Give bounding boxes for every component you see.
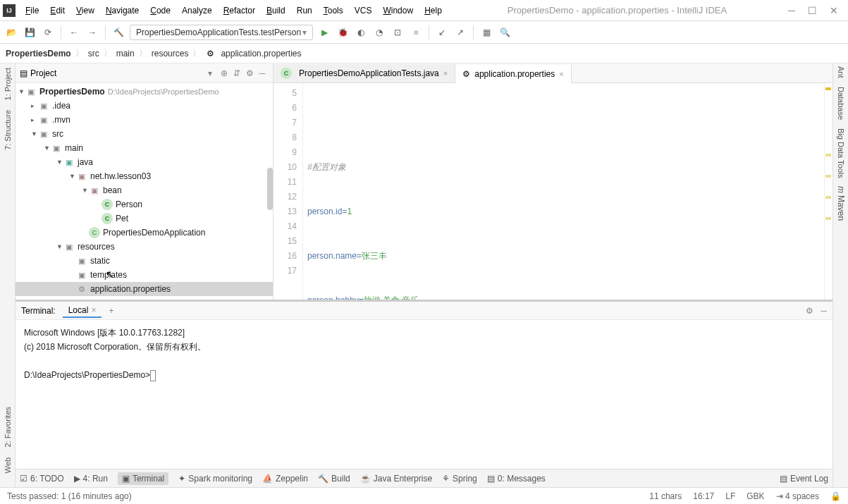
tool-favorites[interactable]: 2: Favorites (2, 405, 13, 448)
tree-bean[interactable]: ▼▣bean (16, 183, 273, 197)
bc-root[interactable]: PropertiesDemo (6, 49, 71, 59)
menu-view[interactable]: View (72, 3, 99, 18)
status-encoding[interactable]: GBK (746, 491, 764, 501)
expand-icon[interactable]: ⇵ (231, 67, 243, 80)
project-tree[interactable]: ▼▣PropertiesDemoD:\IdeaProjects\Properti… (16, 83, 273, 300)
locate-icon[interactable]: ⊕ (218, 67, 231, 80)
menu-navigate[interactable]: Navigate (102, 3, 143, 18)
code-area[interactable]: #配置对象 person.id=1 person.name=张三丰 person… (303, 83, 832, 300)
tree-java[interactable]: ▼▣java (16, 155, 273, 169)
back-icon[interactable]: ← (67, 25, 81, 39)
bc-src[interactable]: src (88, 49, 99, 59)
warning-marker[interactable] (825, 196, 831, 199)
close-icon[interactable]: × (91, 305, 96, 315)
bc-main[interactable]: main (116, 49, 135, 59)
menu-vcs[interactable]: VCS (350, 3, 376, 18)
coverage-icon[interactable]: ◐ (354, 25, 368, 39)
tree-src[interactable]: ▼▣src (16, 127, 273, 141)
warning-marker[interactable] (825, 217, 831, 220)
tool-web[interactable]: Web (2, 456, 13, 474)
tree-main[interactable]: ▼▣main (16, 141, 273, 155)
add-terminal-icon[interactable]: + (109, 306, 113, 316)
tool-database[interactable]: Database (837, 87, 845, 120)
tree-idea[interactable]: ▸▣.idea (16, 99, 273, 113)
tree-resources[interactable]: ▼▣resources (16, 240, 273, 254)
status-line-sep[interactable]: LF (725, 491, 735, 501)
bt-zeppelin[interactable]: ⛵ Zeppelin (262, 474, 308, 484)
bt-spark[interactable]: ✦ Spark monitoring (178, 474, 252, 484)
terminal-tab-local[interactable]: Local× (63, 304, 102, 318)
sync-icon[interactable]: ⟳ (41, 25, 55, 39)
tool-bigdata[interactable]: Big Data Tools (837, 128, 845, 178)
attach-icon[interactable]: ⊡ (391, 25, 405, 39)
lock-icon[interactable]: 🔒 (830, 491, 841, 501)
bt-build[interactable]: 🔨 Build (318, 474, 350, 484)
menu-file[interactable]: File (21, 3, 43, 18)
status-indent[interactable]: ⇥ 4 spaces (776, 491, 819, 501)
tree-templates[interactable]: ▣templates (16, 268, 273, 282)
open-icon[interactable]: 📂 (4, 25, 18, 39)
menu-tools[interactable]: Tools (319, 3, 348, 18)
profile-icon[interactable]: ◔ (372, 25, 386, 39)
structure-icon[interactable]: ▦ (479, 25, 493, 39)
gear-icon[interactable]: ⚙ (806, 306, 813, 316)
menu-window[interactable]: Window (379, 3, 417, 18)
menu-edit[interactable]: Edit (46, 3, 69, 18)
project-title[interactable]: Project (30, 68, 208, 78)
menu-code[interactable]: Code (146, 3, 175, 18)
warning-marker[interactable] (825, 154, 831, 156)
tree-app-props[interactable]: ⚙application.properties (16, 282, 273, 296)
menu-run[interactable]: Run (293, 3, 317, 18)
tab-props[interactable]: ⚙application.properties× (455, 65, 572, 83)
save-icon[interactable]: 💾 (23, 25, 37, 39)
minimize-button[interactable]: ─ (788, 5, 795, 16)
tree-app[interactable]: CPropertiesDemoApplication (16, 226, 273, 240)
tool-project[interactable]: 1: Project (2, 66, 13, 102)
bt-run[interactable]: ▶ 4: Run (74, 474, 108, 484)
terminal-output[interactable]: Microsoft Windows [版本 10.0.17763.1282] (… (16, 320, 832, 469)
tree-person[interactable]: CPerson (16, 197, 273, 211)
bt-messages[interactable]: ▤ 0: Messages (487, 474, 546, 484)
bt-terminal[interactable]: ▣ Terminal (118, 472, 168, 485)
debug-icon[interactable]: 🐞 (336, 25, 350, 39)
bt-spring[interactable]: ⚘ Spring (442, 474, 477, 484)
close-button[interactable]: ✕ (830, 5, 838, 16)
editor-body[interactable]: 567891011121314151617 #配置对象 person.id=1 … (274, 83, 832, 300)
bt-jee[interactable]: ☕ Java Enterprise (360, 474, 432, 484)
search-icon[interactable]: 🔍 (498, 25, 512, 39)
scrollbar-thumb[interactable] (267, 168, 273, 210)
tool-ant[interactable]: Ant (837, 66, 845, 78)
warning-marker[interactable] (825, 175, 831, 178)
maximize-button[interactable]: ☐ (808, 5, 817, 16)
hide-icon[interactable]: ─ (821, 306, 827, 316)
warning-marker[interactable] (825, 87, 831, 90)
bc-resources[interactable]: resources (152, 49, 189, 59)
run-icon[interactable]: ▶ (317, 25, 331, 39)
tree-mvn[interactable]: ▸▣.mvn (16, 113, 273, 127)
forward-icon[interactable]: → (85, 25, 99, 39)
error-stripe[interactable] (824, 83, 832, 300)
close-icon[interactable]: × (443, 69, 448, 78)
gear-icon[interactable]: ⚙ (243, 67, 256, 80)
tree-pkg[interactable]: ▼▣net.hw.lesson03 (16, 169, 273, 183)
vcs-commit-icon[interactable]: ↗ (453, 25, 467, 39)
bt-eventlog[interactable]: ▤ Event Log (780, 474, 828, 484)
run-config-select[interactable]: PropertiesDemoApplicationTests.testPerso… (130, 25, 313, 40)
bc-file[interactable]: application.properties (221, 49, 301, 59)
chevron-down-icon[interactable]: ▾ (208, 68, 212, 78)
tree-static[interactable]: ▣static (16, 254, 273, 268)
hide-icon[interactable]: ─ (256, 67, 269, 80)
status-caret[interactable]: 16:17 (693, 491, 714, 501)
tab-tests[interactable]: CPropertiesDemoApplicationTests.java× (274, 64, 455, 82)
menu-analyze[interactable]: Analyze (178, 3, 216, 18)
tree-root[interactable]: ▼▣PropertiesDemoD:\IdeaProjects\Properti… (16, 85, 273, 99)
tree-pet[interactable]: CPet (16, 211, 273, 226)
stop-icon[interactable]: ■ (409, 25, 423, 39)
menu-refactor[interactable]: Refactor (219, 3, 259, 18)
menu-build[interactable]: Build (262, 3, 290, 18)
close-icon[interactable]: × (559, 70, 563, 78)
menu-help[interactable]: Help (420, 3, 446, 18)
tool-structure[interactable]: 7: Structure (2, 109, 13, 152)
tool-maven[interactable]: m Maven (836, 186, 846, 221)
hammer-icon[interactable]: 🔨 (111, 25, 125, 39)
